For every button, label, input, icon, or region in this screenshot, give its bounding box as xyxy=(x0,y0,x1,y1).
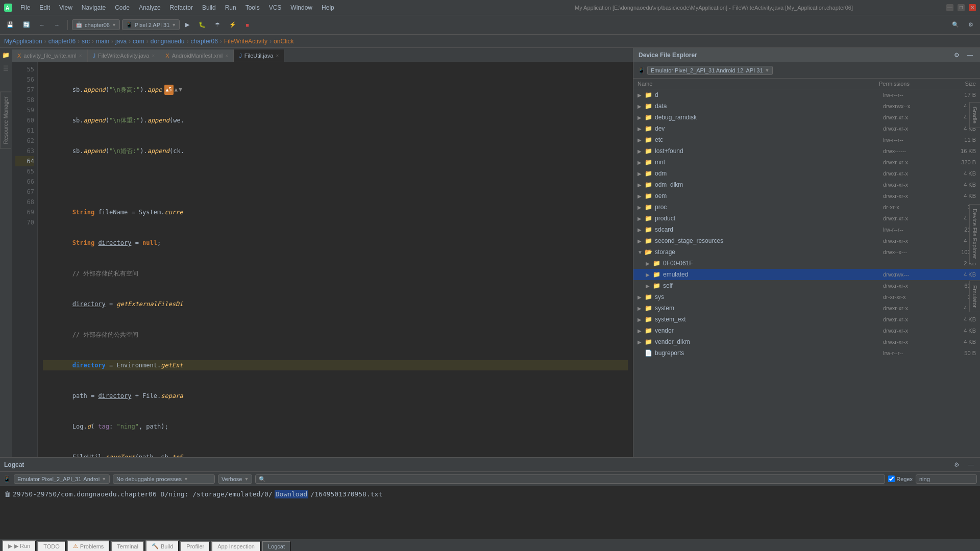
logcat-process-selector[interactable]: No debuggable processes ▼ xyxy=(113,474,215,484)
breadcrumb-com[interactable]: com xyxy=(133,38,144,45)
tab-filewrite-java[interactable]: J FileWriteActivity.java × xyxy=(88,49,161,62)
toolbar-search[interactable]: 🔍 xyxy=(948,19,963,30)
device-file-side-tab[interactable]: Device File Explorer xyxy=(969,204,980,263)
project-panel-btn[interactable]: 📁 xyxy=(1,50,11,60)
logcat-regex-checkbox[interactable] xyxy=(888,475,895,482)
maximize-button[interactable]: □ xyxy=(958,4,965,11)
logcat-settings[interactable]: ⚙ xyxy=(952,460,962,469)
breadcrumb-java[interactable]: java xyxy=(115,38,127,45)
tab-manifest-xml-close[interactable]: × xyxy=(225,53,228,59)
file-row-lost[interactable]: ▶ 📁 lost+found drwx------ 16 KB xyxy=(633,145,980,157)
code-editor[interactable]: sb.append("\n身高:").appe ▲5▲▼ sb.append("… xyxy=(38,62,633,457)
file-row-oem[interactable]: ▶ 📁 oem drwxr-xr-x 4 KB xyxy=(633,190,980,202)
tab-activity-xml[interactable]: X activity_file_write.xml × xyxy=(12,49,88,62)
logcat-minimize[interactable]: — xyxy=(966,460,976,469)
minimize-button[interactable]: — xyxy=(946,4,953,11)
bottom-tab-profiler[interactable]: Profiler xyxy=(180,541,210,552)
file-row-product[interactable]: ▶ 📁 product drwxr-xr-x 4 KB xyxy=(633,213,980,224)
tab-filewrite-java-close[interactable]: × xyxy=(152,53,155,59)
logcat-search-input[interactable] xyxy=(255,474,885,484)
file-row-bugreports[interactable]: ▶ 📄 bugreports lrw-r--r-- 50 B xyxy=(633,347,980,359)
menu-vcs[interactable]: VCS xyxy=(265,3,286,12)
menu-navigate[interactable]: Navigate xyxy=(78,3,110,12)
file-row-emulated[interactable]: ▶ 📁 emulated drwxrwx--- 4 KB xyxy=(633,269,980,280)
device-explorer-settings[interactable]: ⚙ xyxy=(952,51,962,60)
toolbar-run-btn[interactable]: ▶ xyxy=(182,19,193,30)
emulator-side-tab[interactable]: Emulator xyxy=(969,281,980,312)
file-row-odm[interactable]: ▶ 📁 odm drwxr-xr-x 4 KB xyxy=(633,168,980,179)
menu-build[interactable]: Build xyxy=(198,3,220,12)
resource-manager-side-tab[interactable]: Resource Manager xyxy=(0,92,11,149)
toolbar-settings[interactable]: ⚙ xyxy=(965,19,977,30)
file-row-second[interactable]: ▶ 📁 second_stage_resources drwxr-xr-x 4 … xyxy=(633,235,980,246)
bottom-tab-problems[interactable]: ⚠ Problems xyxy=(67,540,110,551)
file-row-dev[interactable]: ▶ 📁 dev drwxr-xr-x 4 KB xyxy=(633,123,980,134)
file-row-proc[interactable]: ▶ 📁 proc dr-xr-x 0 B xyxy=(633,202,980,213)
breadcrumb-myapplication[interactable]: MyApplication xyxy=(4,38,42,45)
gradle-side-tab[interactable]: Gradle xyxy=(969,102,980,128)
project-selector[interactable]: 🤖 chapter06 ▼ xyxy=(72,19,120,30)
breadcrumb-main[interactable]: main xyxy=(96,38,109,45)
file-row-sdcard[interactable]: ▶ 📁 sdcard lrw-r--r-- 21 B xyxy=(633,224,980,235)
file-row-vendor-dlkm[interactable]: ▶ 📁 vendor_dlkm drwxr-xr-x 4 KB xyxy=(633,336,980,347)
menu-run[interactable]: Run xyxy=(221,3,240,12)
file-tree[interactable]: ▶ 📁 d lrw-r--r-- 17 B ▶ 📁 data drwxrwx--… xyxy=(633,89,980,457)
file-row-d[interactable]: ▶ 📁 d lrw-r--r-- 17 B xyxy=(633,89,980,101)
bottom-tab-logcat[interactable]: Logcat xyxy=(262,541,291,552)
breadcrumb-onclick[interactable]: onClick xyxy=(274,38,293,45)
file-row-odm-dlkm[interactable]: ▶ 📁 odm_dlkm drwxr-xr-x 4 KB xyxy=(633,179,980,190)
toolbar-back[interactable]: ← xyxy=(36,20,48,30)
menu-help[interactable]: Help xyxy=(317,3,338,12)
breadcrumb-chapter06-2[interactable]: chapter06 xyxy=(191,38,218,45)
toolbar-sync[interactable]: 🔄 xyxy=(19,19,34,30)
file-row-0f00[interactable]: ▶ 📁 0F00-061F 2 KB xyxy=(633,258,980,269)
tab-fileutil-java-close[interactable]: × xyxy=(276,53,279,59)
file-row-data[interactable]: ▶ 📁 data drwxrwx--x 4 KB xyxy=(633,101,980,112)
menu-refactor[interactable]: Refactor xyxy=(166,3,197,12)
menu-file[interactable]: File xyxy=(16,3,34,12)
toolbar-forward[interactable]: → xyxy=(51,20,63,30)
emulator-selector[interactable]: Emulator Pixel_2_API_31 Android 12, API … xyxy=(647,66,773,75)
bottom-tab-todo[interactable]: TODO xyxy=(37,541,66,552)
profiler-label: Profiler xyxy=(186,543,204,549)
menu-analyze[interactable]: Analyze xyxy=(135,3,165,12)
bottom-tab-run[interactable]: ▶ ▶ Run xyxy=(2,540,36,551)
file-row-vendor[interactable]: ▶ 📁 vendor drwxr-xr-x 4 KB xyxy=(633,325,980,336)
toolbar-profile-btn[interactable]: ⚡ xyxy=(226,19,240,30)
toolbar-stop-btn[interactable]: ■ xyxy=(242,20,253,30)
toolbar-save[interactable]: 💾 xyxy=(3,19,17,30)
breadcrumb-src[interactable]: src xyxy=(82,38,90,45)
toolbar-coverage-btn[interactable]: ☂ xyxy=(211,19,224,30)
tab-activity-xml-close[interactable]: × xyxy=(79,53,82,59)
file-row-system[interactable]: ▶ 📁 system drwxr-xr-x 4 KB xyxy=(633,303,980,314)
file-row-etc[interactable]: ▶ 📁 etc lrw-r--r-- 11 B xyxy=(633,134,980,145)
bottom-tab-app-inspection[interactable]: App Inspection xyxy=(211,541,261,552)
menu-tools[interactable]: Tools xyxy=(241,3,264,12)
file-row-self[interactable]: ▶ 📁 self drwxr-xr-x 60 B xyxy=(633,280,980,291)
close-button[interactable]: ✕ xyxy=(969,4,976,11)
tab-fileutil-java[interactable]: J FileUtil.java × xyxy=(234,49,284,62)
menu-window[interactable]: Window xyxy=(286,3,316,12)
bottom-tab-build[interactable]: 🔨 Build xyxy=(145,540,179,551)
menu-edit[interactable]: Edit xyxy=(35,3,54,12)
device-selector[interactable]: 📱 Pixel 2 API 31 ▼ xyxy=(122,19,180,30)
breadcrumb-filewrite[interactable]: FileWriteActivity xyxy=(224,38,267,45)
file-row-storage[interactable]: ▼ 📂 storage drwx--x--- 100 B xyxy=(633,246,980,258)
tab-manifest-xml[interactable]: X AndroidManifest.xml × xyxy=(160,49,234,62)
file-row-system-ext[interactable]: ▶ 📁 system_ext drwxr-xr-x 4 KB xyxy=(633,314,980,325)
toolbar-debug-btn[interactable]: 🐛 xyxy=(195,19,209,30)
file-row-debug[interactable]: ▶ 📁 debug_ramdisk drwxr-xr-x 4 KB xyxy=(633,112,980,123)
breadcrumb-chapter06[interactable]: chapter06 xyxy=(48,38,76,45)
device-explorer-close[interactable]: — xyxy=(965,51,975,60)
structure-btn[interactable]: ☰ xyxy=(1,63,11,73)
logcat-filter-input[interactable] xyxy=(916,474,977,484)
logcat-emulator-selector[interactable]: Emulator Pixel_2_API_31 Androi ▼ xyxy=(14,474,110,484)
logcat-verbose-selector[interactable]: Verbose ▼ xyxy=(218,474,252,484)
project-icon: 🤖 xyxy=(76,21,83,28)
breadcrumb-dongnaoedu[interactable]: dongnaoedu xyxy=(151,38,185,45)
bottom-tab-terminal[interactable]: Terminal xyxy=(111,541,144,552)
menu-view[interactable]: View xyxy=(55,3,77,12)
file-row-mnt[interactable]: ▶ 📁 mnt drwxr-xr-x 320 B xyxy=(633,157,980,168)
file-row-sys[interactable]: ▶ 📁 sys dr-xr-xr-x 0 B xyxy=(633,291,980,303)
menu-code[interactable]: Code xyxy=(111,3,134,12)
